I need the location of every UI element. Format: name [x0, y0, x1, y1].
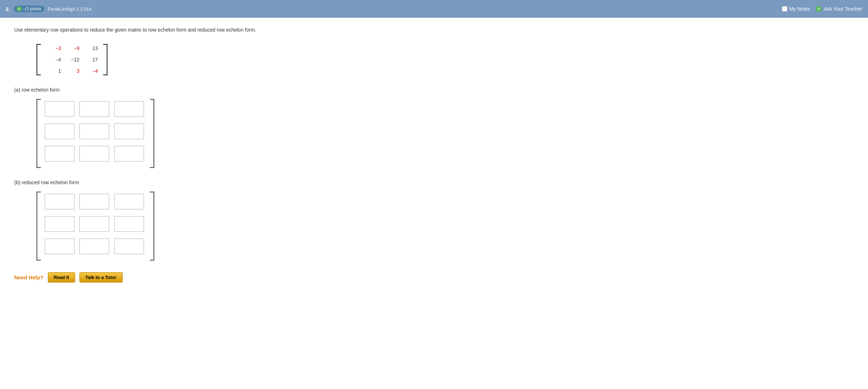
matrix-cell-r0c2: 13	[82, 43, 99, 54]
part-b-input-grid	[42, 190, 149, 262]
read-it-button[interactable]: Read It	[48, 272, 75, 283]
ask-teacher-button[interactable]: + Ask Your Teacher	[816, 6, 862, 12]
matrix-cell-r1c1: −12	[63, 54, 81, 65]
part-a-input-r0c2[interactable]	[114, 101, 144, 117]
part-b-right-bracket-icon	[149, 191, 155, 262]
matrix-right-bracket-icon	[102, 44, 108, 76]
part-b-left-bracket-icon	[35, 191, 42, 262]
ask-icon: +	[816, 6, 822, 12]
my-notes-button[interactable]: My Notes	[782, 6, 810, 12]
part-b-input-r2c0[interactable]	[45, 239, 74, 254]
matrix-grid: −3 −9 13 −4 −12 17 1 3 −4	[42, 41, 102, 78]
header-bar: 2. + –/2 points PooleLinAlg4 2.2.014. My…	[0, 0, 868, 18]
given-matrix-display: −3 −9 13 −4 −12 17 1 3 −4	[35, 41, 854, 78]
part-a-input-r2c1[interactable]	[79, 146, 109, 161]
question-number: 2.	[6, 6, 10, 12]
matrix-cell-r2c1: 3	[63, 66, 81, 76]
points-icon: +	[17, 6, 22, 11]
part-b-input-r1c0[interactable]	[45, 216, 74, 232]
matrix-cell-r0c1: −9	[63, 43, 81, 54]
matrix-cell-r1c2: 17	[82, 54, 99, 65]
part-b-input-r0c2[interactable]	[114, 194, 144, 209]
question-instruction: Use elementary row operations to reduce …	[14, 26, 854, 34]
matrix-cell-r0c0: −3	[45, 43, 62, 54]
part-b-input-r1c1[interactable]	[79, 216, 109, 232]
header-right: My Notes + Ask Your Teacher	[782, 6, 862, 12]
part-a-input-r0c0[interactable]	[45, 101, 74, 117]
need-help-section: Need Help? Read It Talk to a Tutor	[14, 272, 854, 283]
matrix-cell-r2c0: 1	[45, 66, 62, 76]
points-badge: + –/2 points	[14, 6, 44, 12]
need-help-label: Need Help?	[14, 274, 44, 280]
part-b-input-r2c2[interactable]	[114, 239, 144, 254]
matrix-cell-r2c2: −4	[82, 66, 99, 76]
part-a-section: (a) row echelon form	[14, 87, 854, 169]
problem-ref: PooleLinAlg4 2.2.014.	[48, 6, 93, 12]
points-label: –/2 points	[23, 6, 41, 11]
part-a-input-r1c0[interactable]	[45, 124, 74, 139]
part-b-label: (b) reduced row echelon form	[14, 180, 854, 185]
part-a-input-grid	[42, 98, 149, 169]
part-b-input-r2c1[interactable]	[79, 239, 109, 254]
part-a-right-bracket-icon	[149, 98, 155, 169]
page-wrapper: 2. + –/2 points PooleLinAlg4 2.2.014. My…	[0, 0, 868, 389]
header-left: 2. + –/2 points PooleLinAlg4 2.2.014.	[6, 6, 93, 12]
part-b-input-r0c0[interactable]	[45, 194, 74, 209]
part-a-input-r2c2[interactable]	[114, 146, 144, 161]
content-area: Use elementary row operations to reduce …	[0, 18, 868, 297]
part-a-input-r1c1[interactable]	[79, 124, 109, 139]
matrix-cell-r1c0: −4	[45, 54, 62, 65]
part-a-label: (a) row echelon form	[14, 87, 854, 93]
my-notes-label: My Notes	[789, 6, 810, 12]
part-a-input-r1c2[interactable]	[114, 124, 144, 139]
part-a-left-bracket-icon	[35, 98, 42, 169]
part-a-input-r0c1[interactable]	[79, 101, 109, 117]
talk-to-tutor-button[interactable]: Talk to a Tutor	[79, 272, 123, 283]
notes-checkbox-icon	[782, 6, 787, 11]
part-b-input-r0c1[interactable]	[79, 194, 109, 209]
part-b-input-r1c2[interactable]	[114, 216, 144, 232]
ask-teacher-label: Ask Your Teacher	[824, 6, 862, 12]
matrix-left-bracket-icon	[35, 44, 42, 76]
part-b-section: (b) reduced row echelon form	[14, 180, 854, 262]
part-a-matrix-input	[35, 98, 854, 169]
part-b-matrix-input	[35, 190, 854, 262]
part-a-input-r2c0[interactable]	[45, 146, 74, 161]
